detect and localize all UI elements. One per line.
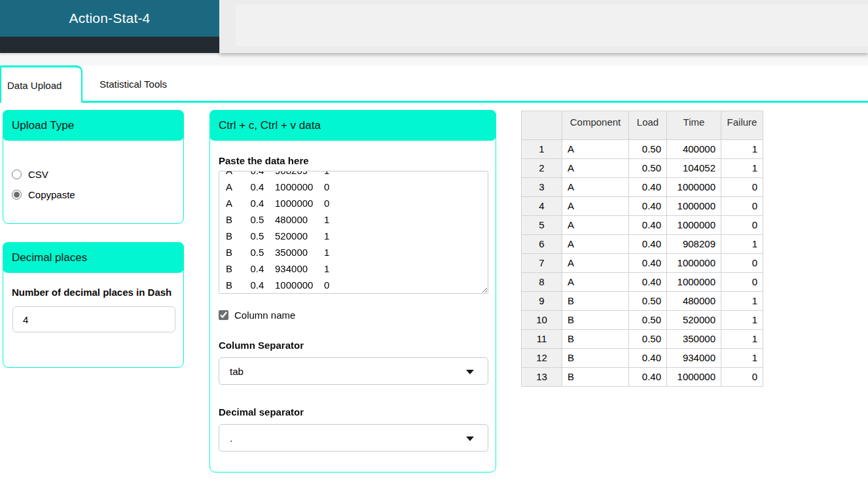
table-row: 13B0.4010000000 xyxy=(522,368,763,387)
data-table: ComponentLoadTimeFailure 1A0.5040000012A… xyxy=(521,111,763,387)
tab-data-upload[interactable]: Data Upload xyxy=(0,65,82,103)
table-cell: 11 xyxy=(522,330,562,349)
tab-bar: Data Upload Statistical Tools xyxy=(0,65,868,103)
table-cell: B xyxy=(562,349,629,368)
table-cell: 0.50 xyxy=(629,311,667,330)
table-cell: A xyxy=(562,216,629,235)
table-cell: A xyxy=(562,254,629,273)
table-cell: 0.50 xyxy=(629,159,667,178)
radio-label: Copypaste xyxy=(28,189,75,200)
table-header-row: ComponentLoadTimeFailure xyxy=(522,111,763,140)
table-cell: 13 xyxy=(522,368,562,387)
upload-type-panel-title: Upload Type xyxy=(3,110,184,141)
table-cell: A xyxy=(562,235,629,254)
table-cell: 0.40 xyxy=(629,216,667,235)
table-cell: 12 xyxy=(522,349,562,368)
tab-statistical-tools[interactable]: Statistical Tools xyxy=(82,67,184,101)
copypaste-radio[interactable] xyxy=(12,190,22,200)
column-header: Load xyxy=(629,111,667,140)
table-cell: 0.50 xyxy=(629,330,667,349)
table-cell: 1000000 xyxy=(667,254,721,273)
tab-label: Statistical Tools xyxy=(99,79,167,90)
table-cell: 400000 xyxy=(667,140,721,159)
column-name-checkbox-row[interactable]: Column name xyxy=(219,310,487,321)
table-cell: 0.40 xyxy=(629,178,667,197)
column-header: Failure xyxy=(721,111,763,140)
table-cell: 1 xyxy=(721,292,763,311)
table-row: 4A0.4010000000 xyxy=(522,197,763,216)
table-cell: 480000 xyxy=(667,292,721,311)
table-cell: A xyxy=(562,140,629,159)
table-cell: 1000000 xyxy=(667,368,721,387)
table-cell: 0 xyxy=(721,216,763,235)
table-cell: 0.40 xyxy=(629,197,667,216)
csv-radio[interactable] xyxy=(12,169,22,179)
column-header: Component xyxy=(562,111,629,140)
tab-underline xyxy=(82,101,868,103)
app-title-bar: Action-Stat-4 xyxy=(0,0,219,37)
paste-textarea[interactable]: Component Load Time Failure A 0.5 400000… xyxy=(219,171,488,294)
table-row: 9B0.504800001 xyxy=(522,292,763,311)
column-separator-select[interactable]: tab xyxy=(219,357,488,385)
table-cell: 6 xyxy=(522,235,562,254)
table-row: 12B0.409340001 xyxy=(522,349,763,368)
table-cell: 0.40 xyxy=(629,273,667,292)
decimal-separator-value: . xyxy=(230,433,232,444)
column-header xyxy=(522,111,562,140)
table-cell: 908209 xyxy=(667,235,721,254)
table-cell: 1000000 xyxy=(667,216,721,235)
table-row: 11B0.503500001 xyxy=(522,330,763,349)
paste-textarea-label: Paste the data here xyxy=(219,154,487,168)
app-screen: Action-Stat-4 Data Upload Statistical To… xyxy=(0,0,868,481)
upload-type-panel: Upload Type CSV Copypaste xyxy=(3,110,184,224)
decimal-places-label: Number of decimal places in Dash xyxy=(12,285,175,299)
table-row: 2A0.501040521 xyxy=(522,159,763,178)
table-cell: A xyxy=(562,273,629,292)
table-cell: 0.40 xyxy=(629,235,667,254)
table-cell: 4 xyxy=(522,197,562,216)
table-cell: 1 xyxy=(721,159,763,178)
column-separator-label: Column Separator xyxy=(219,338,487,352)
table-cell: 0.40 xyxy=(629,368,667,387)
upload-option-csv[interactable]: CSV xyxy=(12,169,175,180)
table-cell: 5 xyxy=(522,216,562,235)
table-cell: A xyxy=(562,197,629,216)
table-row: 5A0.4010000000 xyxy=(522,216,763,235)
decimal-places-panel: Decimal places Number of decimal places … xyxy=(3,242,184,368)
checkbox-label: Column name xyxy=(234,310,295,321)
table-cell: A xyxy=(562,159,629,178)
upload-option-copypaste[interactable]: Copypaste xyxy=(12,189,175,200)
table-cell: A xyxy=(562,178,629,197)
table-cell: 0 xyxy=(721,273,763,292)
table-cell: 104052 xyxy=(667,159,721,178)
table-cell: 0.50 xyxy=(629,140,667,159)
table-cell: 0 xyxy=(721,254,763,273)
table-row: 3A0.4010000000 xyxy=(522,178,763,197)
table-cell: 0 xyxy=(721,178,763,197)
table-cell: 0.40 xyxy=(629,254,667,273)
decimal-separator-label: Decimal separator xyxy=(219,405,487,419)
column-name-checkbox[interactable] xyxy=(219,310,228,320)
table-cell: 9 xyxy=(522,292,562,311)
table-cell: 2 xyxy=(522,159,562,178)
paste-data-panel: Ctrl + c, Ctrl + v data Paste the data h… xyxy=(209,110,496,472)
table-cell: 3 xyxy=(522,178,562,197)
table-cell: 1 xyxy=(721,311,763,330)
table-cell: B xyxy=(562,330,629,349)
table-row: 10B0.505200001 xyxy=(522,311,763,330)
table-cell: 1 xyxy=(721,140,763,159)
table-cell: 1000000 xyxy=(667,197,721,216)
table-row: 6A0.409082091 xyxy=(522,235,763,254)
column-header: Time xyxy=(667,111,721,140)
table-cell: 0.40 xyxy=(629,349,667,368)
table-cell: 0 xyxy=(721,368,763,387)
header-dark-strip xyxy=(0,37,219,53)
column-separator-value: tab xyxy=(230,366,244,377)
paste-data-panel-title: Ctrl + c, Ctrl + v data xyxy=(209,110,496,141)
table-cell: 1 xyxy=(522,140,562,159)
decimal-places-input[interactable] xyxy=(12,306,175,332)
tab-label: Data Upload xyxy=(7,80,62,91)
table-cell: 934000 xyxy=(667,349,721,368)
decimal-separator-select[interactable]: . xyxy=(219,424,488,452)
table-cell: B xyxy=(562,292,629,311)
